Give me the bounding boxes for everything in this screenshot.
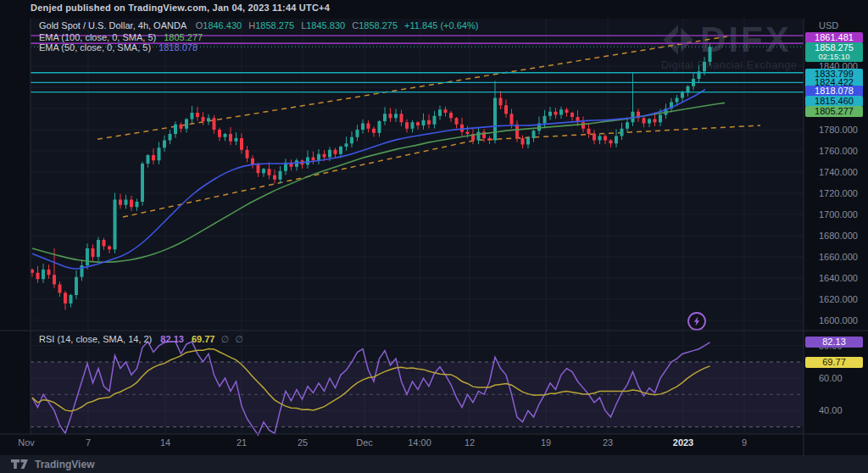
bottom-bar: TradingView xyxy=(0,456,868,473)
ema50-label: EMA (50, close, 0, SMA, 5) xyxy=(39,42,151,53)
time-tick[interactable]: 14 xyxy=(160,437,170,448)
high-label: H xyxy=(248,20,255,31)
price-tick[interactable]: 1600.000 xyxy=(810,315,863,326)
time-tick[interactable]: Nov xyxy=(18,437,35,448)
rsi-legend-row[interactable]: RSI (14, close, SMA, 14, 2) 82.13 69.77 … xyxy=(39,334,243,345)
rsi-ma-value: 69.77 xyxy=(192,334,215,344)
price-badge: 1818.078 xyxy=(805,86,863,97)
tradingview-logo-icon[interactable] xyxy=(11,459,30,470)
close-label: C xyxy=(352,20,359,31)
rsi-badge: 69.77 xyxy=(805,357,863,368)
low-value: 1845.830 xyxy=(306,20,345,31)
ema50-value: 1818.078 xyxy=(159,42,198,53)
ema100-label: EMA (100, close, 0, SMA, 5) xyxy=(39,32,156,42)
rsi-label: RSI (14, close, SMA, 14, 2) xyxy=(39,334,152,344)
rsi-badge: 82.13 xyxy=(805,337,863,348)
chart-canvas[interactable] xyxy=(0,0,868,473)
time-tick[interactable]: 2023 xyxy=(673,437,693,448)
countdown-timer: 02:15:10 xyxy=(805,53,863,61)
ema100-value: 1805.277 xyxy=(164,32,203,42)
price-tick[interactable]: 1680.000 xyxy=(810,231,863,241)
price-tick[interactable]: 1720.000 xyxy=(810,188,863,198)
price-tick[interactable]: 1660.000 xyxy=(810,252,863,262)
price-badge: 1858.27502:15:10 xyxy=(805,42,863,62)
time-tick[interactable]: 9 xyxy=(742,437,747,448)
trendline[interactable] xyxy=(123,125,760,217)
ema50-legend-row[interactable]: EMA (50, close, 0, SMA, 5) 1818.078 xyxy=(39,42,198,53)
time-tick[interactable]: Dec xyxy=(356,437,373,448)
symbol-title[interactable]: Gold Spot / U.S. Dollar, 4h, OANDA xyxy=(39,20,186,31)
tradingview-snapshot: DIFX Digital Financial Exchange Denjed p… xyxy=(0,0,868,473)
price-badge: 1815.460 xyxy=(805,96,863,107)
high-value: 1858.275 xyxy=(255,20,294,31)
idea-marker[interactable] xyxy=(688,313,705,330)
time-tick[interactable]: 25 xyxy=(298,437,308,448)
rsi-eye-icon[interactable]: ∅ xyxy=(221,334,230,344)
ema50-line[interactable] xyxy=(32,89,705,269)
price-axis-currency[interactable]: USD xyxy=(810,20,863,31)
rsi-eye-icon[interactable]: ∅ xyxy=(235,334,243,344)
price-tick[interactable]: 1760.000 xyxy=(810,146,863,156)
ema100-legend-row[interactable]: EMA (100, close, 0, SMA, 5) 1805.277 xyxy=(39,32,203,42)
time-tick[interactable]: 19 xyxy=(541,437,551,448)
tradingview-brand[interactable]: TradingView xyxy=(35,459,94,470)
rsi-tick[interactable]: 60.00 xyxy=(810,373,863,383)
price-tick[interactable]: 1620.000 xyxy=(810,294,863,304)
open-label: O xyxy=(196,20,203,31)
time-tick[interactable]: 7 xyxy=(86,437,91,448)
price-tick[interactable]: 1740.000 xyxy=(810,167,863,177)
rsi-value: 82.13 xyxy=(160,334,184,344)
open-value: 1846.430 xyxy=(203,20,242,31)
price-badge: 1805.277 xyxy=(805,106,863,117)
time-tick[interactable]: 21 xyxy=(236,437,247,448)
change-value: +11.845 (+0.64%) xyxy=(404,20,478,31)
symbol-legend-row[interactable]: Gold Spot / U.S. Dollar, 4h, OANDA O1846… xyxy=(39,20,478,31)
time-tick[interactable]: 23 xyxy=(603,437,613,448)
attribution-text: Denjed published on TradingView.com, Jan… xyxy=(31,3,330,13)
time-tick[interactable]: 14:00 xyxy=(408,437,431,448)
price-tick[interactable]: 1700.000 xyxy=(810,209,863,220)
price-tick[interactable]: 1780.000 xyxy=(810,125,863,135)
price-badge: 1861.481 xyxy=(805,32,863,43)
price-tick[interactable]: 1640.000 xyxy=(810,273,863,283)
close-value: 1858.275 xyxy=(359,20,398,31)
rsi-tick[interactable]: 40.00 xyxy=(810,405,863,415)
time-tick[interactable]: 12 xyxy=(465,437,475,448)
